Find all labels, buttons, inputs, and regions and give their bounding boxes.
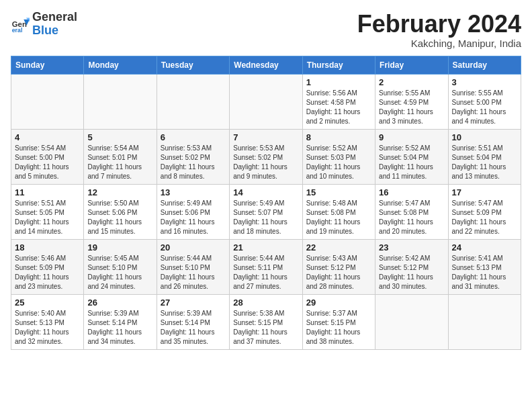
day-info: Sunrise: 5:42 AM Sunset: 5:12 PM Dayligh…: [379, 254, 444, 291]
day-number: 1: [306, 77, 371, 87]
logo-text: General Blue: [32, 11, 77, 38]
day-info: Sunrise: 5:49 AM Sunset: 5:07 PM Dayligh…: [233, 199, 298, 236]
calendar-cell: 8Sunrise: 5:52 AM Sunset: 5:03 PM Daylig…: [302, 129, 375, 184]
day-number: 4: [15, 132, 80, 142]
day-info: Sunrise: 5:38 AM Sunset: 5:15 PM Dayligh…: [233, 309, 298, 347]
day-info: Sunrise: 5:47 AM Sunset: 5:08 PM Dayligh…: [379, 199, 444, 236]
calendar-cell: 6Sunrise: 5:53 AM Sunset: 5:02 PM Daylig…: [157, 129, 229, 184]
day-info: Sunrise: 5:40 AM Sunset: 5:13 PM Dayligh…: [15, 309, 80, 347]
day-info: Sunrise: 5:54 AM Sunset: 5:01 PM Dayligh…: [87, 144, 152, 181]
day-number: 24: [452, 242, 517, 253]
day-number: 2: [379, 77, 444, 87]
weekday-header-row: SundayMondayTuesdayWednesdayThursdayFrid…: [11, 56, 521, 74]
day-number: 21: [233, 242, 298, 253]
calendar-cell: 19Sunrise: 5:45 AM Sunset: 5:10 PM Dayli…: [84, 239, 157, 294]
calendar-cell: 16Sunrise: 5:47 AM Sunset: 5:08 PM Dayli…: [375, 184, 448, 239]
day-number: 7: [233, 132, 298, 142]
day-info: Sunrise: 5:56 AM Sunset: 4:58 PM Dayligh…: [306, 89, 371, 126]
day-number: 27: [161, 298, 226, 308]
day-info: Sunrise: 5:55 AM Sunset: 4:59 PM Dayligh…: [379, 89, 444, 126]
location: Kakching, Manipur, India: [357, 38, 521, 49]
calendar-cell: 17Sunrise: 5:47 AM Sunset: 5:09 PM Dayli…: [448, 184, 521, 239]
day-info: Sunrise: 5:52 AM Sunset: 5:03 PM Dayligh…: [306, 144, 371, 181]
day-info: Sunrise: 5:52 AM Sunset: 5:04 PM Dayligh…: [379, 144, 444, 181]
calendar-cell: 26Sunrise: 5:39 AM Sunset: 5:14 PM Dayli…: [84, 294, 157, 349]
day-info: Sunrise: 5:51 AM Sunset: 5:04 PM Dayligh…: [452, 144, 517, 181]
calendar-cell: 24Sunrise: 5:41 AM Sunset: 5:13 PM Dayli…: [448, 239, 521, 294]
day-info: Sunrise: 5:50 AM Sunset: 5:06 PM Dayligh…: [87, 199, 152, 236]
calendar-cell: 27Sunrise: 5:39 AM Sunset: 5:14 PM Dayli…: [157, 294, 229, 349]
day-number: 23: [379, 242, 444, 253]
day-number: 25: [15, 298, 80, 308]
calendar-cell: 23Sunrise: 5:42 AM Sunset: 5:12 PM Dayli…: [375, 239, 448, 294]
calendar-cell: 21Sunrise: 5:44 AM Sunset: 5:11 PM Dayli…: [230, 239, 302, 294]
calendar-cell: [84, 74, 157, 129]
calendar-cell: 9Sunrise: 5:52 AM Sunset: 5:04 PM Daylig…: [375, 129, 448, 184]
day-number: 8: [306, 132, 371, 142]
weekday-header-friday: Friday: [375, 56, 448, 74]
day-info: Sunrise: 5:47 AM Sunset: 5:09 PM Dayligh…: [452, 199, 517, 236]
header: Gen eral General Blue February 2024 Kakc…: [11, 11, 521, 49]
day-info: Sunrise: 5:39 AM Sunset: 5:14 PM Dayligh…: [87, 309, 152, 347]
weekday-header-sunday: Sunday: [11, 56, 84, 74]
calendar-cell: [230, 74, 302, 129]
day-info: Sunrise: 5:37 AM Sunset: 5:15 PM Dayligh…: [306, 309, 371, 347]
day-info: Sunrise: 5:49 AM Sunset: 5:06 PM Dayligh…: [161, 199, 226, 236]
logo-general: General: [32, 10, 77, 24]
day-number: 12: [87, 187, 152, 197]
calendar-cell: 7Sunrise: 5:53 AM Sunset: 5:02 PM Daylig…: [230, 129, 302, 184]
calendar-cell: 2Sunrise: 5:55 AM Sunset: 4:59 PM Daylig…: [375, 74, 448, 129]
day-number: 17: [452, 187, 517, 197]
day-number: 11: [15, 187, 80, 197]
calendar-cell: 22Sunrise: 5:43 AM Sunset: 5:12 PM Dayli…: [302, 239, 375, 294]
logo: Gen eral General Blue: [11, 11, 77, 38]
day-number: 16: [379, 187, 444, 197]
calendar-cell: 5Sunrise: 5:54 AM Sunset: 5:01 PM Daylig…: [84, 129, 157, 184]
calendar-cell: [11, 74, 84, 129]
logo-blue: Blue: [32, 24, 58, 37]
day-info: Sunrise: 5:41 AM Sunset: 5:13 PM Dayligh…: [452, 254, 517, 291]
day-number: 3: [452, 77, 517, 87]
svg-text:eral: eral: [12, 27, 23, 34]
calendar-cell: 15Sunrise: 5:48 AM Sunset: 5:08 PM Dayli…: [302, 184, 375, 239]
weekday-header-wednesday: Wednesday: [230, 56, 302, 74]
calendar-cell: 14Sunrise: 5:49 AM Sunset: 5:07 PM Dayli…: [230, 184, 302, 239]
calendar-week-row: 1Sunrise: 5:56 AM Sunset: 4:58 PM Daylig…: [11, 74, 521, 129]
day-number: 29: [306, 298, 371, 308]
calendar-cell: 28Sunrise: 5:38 AM Sunset: 5:15 PM Dayli…: [230, 294, 302, 349]
calendar-cell: 11Sunrise: 5:51 AM Sunset: 5:05 PM Dayli…: [11, 184, 84, 239]
calendar-cell: [375, 294, 448, 349]
day-info: Sunrise: 5:53 AM Sunset: 5:02 PM Dayligh…: [233, 144, 298, 181]
calendar-week-row: 11Sunrise: 5:51 AM Sunset: 5:05 PM Dayli…: [11, 184, 521, 239]
title-area: February 2024 Kakching, Manipur, India: [357, 11, 521, 49]
weekday-header-saturday: Saturday: [448, 56, 521, 74]
calendar-cell: 29Sunrise: 5:37 AM Sunset: 5:15 PM Dayli…: [302, 294, 375, 349]
day-number: 13: [161, 187, 226, 197]
logo-icon: Gen eral: [11, 15, 30, 34]
day-number: 10: [452, 132, 517, 142]
day-info: Sunrise: 5:39 AM Sunset: 5:14 PM Dayligh…: [161, 309, 226, 347]
day-info: Sunrise: 5:48 AM Sunset: 5:08 PM Dayligh…: [306, 199, 371, 236]
day-info: Sunrise: 5:51 AM Sunset: 5:05 PM Dayligh…: [15, 199, 80, 236]
weekday-header-thursday: Thursday: [302, 56, 375, 74]
day-number: 19: [87, 242, 152, 253]
calendar-week-row: 4Sunrise: 5:54 AM Sunset: 5:00 PM Daylig…: [11, 129, 521, 184]
day-number: 26: [87, 298, 152, 308]
calendar-cell: 12Sunrise: 5:50 AM Sunset: 5:06 PM Dayli…: [84, 184, 157, 239]
day-number: 15: [306, 187, 371, 197]
day-info: Sunrise: 5:44 AM Sunset: 5:11 PM Dayligh…: [233, 254, 298, 291]
day-info: Sunrise: 5:54 AM Sunset: 5:00 PM Dayligh…: [15, 144, 80, 181]
calendar-cell: 25Sunrise: 5:40 AM Sunset: 5:13 PM Dayli…: [11, 294, 84, 349]
day-info: Sunrise: 5:43 AM Sunset: 5:12 PM Dayligh…: [306, 254, 371, 291]
weekday-header-monday: Monday: [84, 56, 157, 74]
day-number: 20: [161, 242, 226, 253]
calendar-cell: 10Sunrise: 5:51 AM Sunset: 5:04 PM Dayli…: [448, 129, 521, 184]
calendar-cell: 4Sunrise: 5:54 AM Sunset: 5:00 PM Daylig…: [11, 129, 84, 184]
day-info: Sunrise: 5:55 AM Sunset: 5:00 PM Dayligh…: [452, 89, 517, 126]
calendar-week-row: 25Sunrise: 5:40 AM Sunset: 5:13 PM Dayli…: [11, 294, 521, 349]
calendar-cell: 13Sunrise: 5:49 AM Sunset: 5:06 PM Dayli…: [157, 184, 229, 239]
calendar: SundayMondayTuesdayWednesdayThursdayFrid…: [11, 56, 521, 350]
day-info: Sunrise: 5:44 AM Sunset: 5:10 PM Dayligh…: [161, 254, 226, 291]
calendar-cell: [448, 294, 521, 349]
day-info: Sunrise: 5:46 AM Sunset: 5:09 PM Dayligh…: [15, 254, 80, 291]
